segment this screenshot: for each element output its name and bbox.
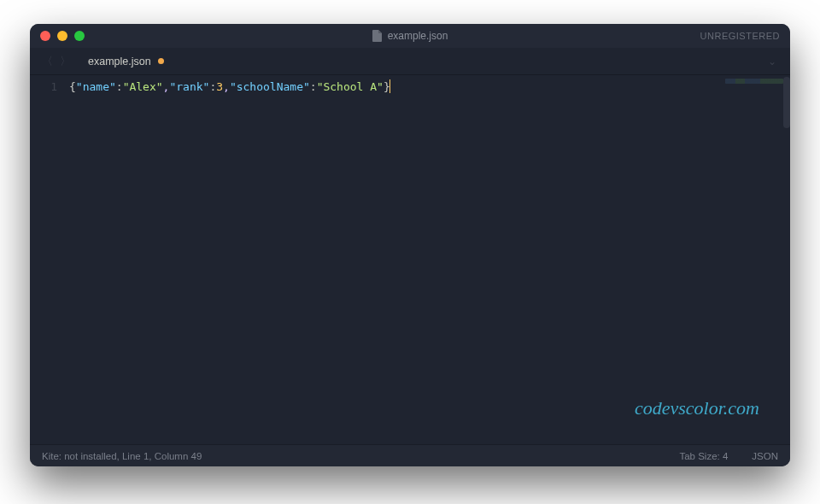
tab-bar: 〈 〉 example.json ⌄ xyxy=(30,48,790,75)
code-area[interactable]: {"name":"Alex","rank":3,"schoolName":"Sc… xyxy=(66,75,790,444)
nav-back-icon[interactable]: 〈 xyxy=(38,52,56,71)
status-bar: Kite: not installed, Line 1, Column 49 T… xyxy=(30,444,790,466)
status-tabsize[interactable]: Tab Size: 4 xyxy=(679,451,728,461)
key-rank: "rank" xyxy=(169,80,209,93)
string-school-a: "School A" xyxy=(317,80,384,93)
unregistered-label: UNREGISTERED xyxy=(700,31,780,41)
number-3: 3 xyxy=(216,80,223,93)
line-gutter: 1 xyxy=(30,75,66,444)
status-syntax[interactable]: JSON xyxy=(752,451,778,461)
modified-indicator-icon xyxy=(158,58,164,64)
window-titlebar: example.json UNREGISTERED xyxy=(30,24,790,48)
vertical-scrollbar[interactable] xyxy=(783,77,790,128)
tab-example-json[interactable]: example.json xyxy=(79,52,173,71)
tab-overflow-icon[interactable]: ⌄ xyxy=(763,54,782,69)
comma: , xyxy=(223,80,230,93)
minimap[interactable] xyxy=(725,79,783,84)
colon: : xyxy=(310,80,317,93)
string-alex: "Alex" xyxy=(123,80,163,93)
close-button[interactable] xyxy=(40,31,50,41)
text-cursor xyxy=(390,79,390,93)
title-filename: example.json xyxy=(388,30,448,42)
tab-label: example.json xyxy=(88,56,151,67)
line-number: 1 xyxy=(30,79,57,96)
editor-window: example.json UNREGISTERED 〈 〉 example.js… xyxy=(30,24,790,466)
status-left[interactable]: Kite: not installed, Line 1, Column 49 xyxy=(42,451,202,461)
minimize-button[interactable] xyxy=(57,31,67,41)
maximize-button[interactable] xyxy=(74,31,85,41)
status-right: Tab Size: 4 JSON xyxy=(679,451,778,461)
code-line-1[interactable]: {"name":"Alex","rank":3,"schoolName":"Sc… xyxy=(69,79,787,96)
colon: : xyxy=(116,80,123,93)
window-title: example.json xyxy=(30,30,790,42)
traffic-lights xyxy=(40,31,85,41)
key-name: "name" xyxy=(76,80,116,93)
code-editor[interactable]: 1 {"name":"Alex","rank":3,"schoolName":"… xyxy=(30,75,790,444)
file-icon xyxy=(372,30,383,42)
brace-open: { xyxy=(69,80,76,93)
key-schoolname: "schoolName" xyxy=(230,80,310,93)
nav-forward-icon[interactable]: 〉 xyxy=(56,52,74,71)
